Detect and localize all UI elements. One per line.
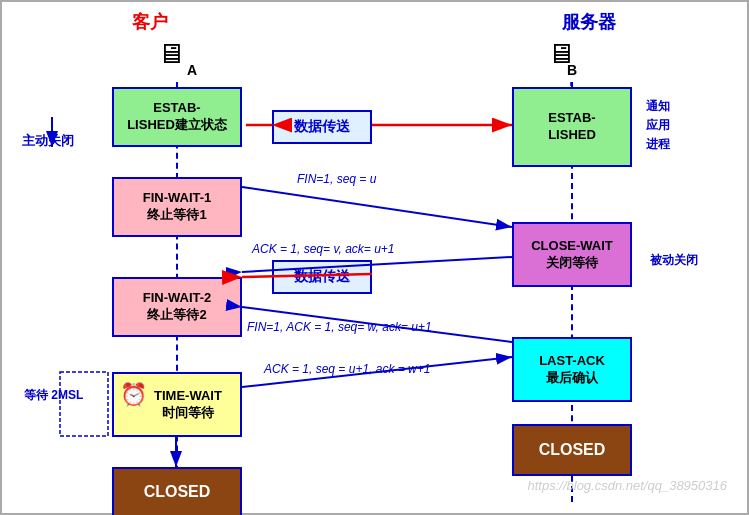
state-closed-client: CLOSED (112, 467, 242, 515)
label-a: A (187, 62, 197, 78)
label-passive-close: 被动关闭 (650, 252, 698, 269)
data-transfer-center: 数据传送 (272, 110, 372, 144)
arrow-label-ack1: ACK = 1, seq= v, ack= u+1 (252, 242, 395, 256)
svg-rect-12 (60, 372, 108, 436)
state-established-server: ESTAB-LISHED (512, 87, 632, 167)
arrow-label-ack2: ACK = 1, seq = u+1, ack = w+1 (264, 362, 430, 376)
state-close-wait: CLOSE-WAIT关闭等待 (512, 222, 632, 287)
watermark: https://blog.csdn.net/qq_38950316 (528, 478, 728, 493)
arrows-overlay (2, 2, 749, 515)
state-fin-wait-1: FIN-WAIT-1终止等待1 (112, 177, 242, 237)
arrow-label-fin2: FIN=1, ACK = 1, seq= w, ack= u+1 (247, 320, 432, 334)
arrow-label-fin1: FIN=1, seq = u (297, 172, 376, 186)
label-active-close: 主动关闭 (22, 132, 74, 150)
tcp-close-diagram: 客户 服务器 🖥 🖥 A B ESTAB-LISHED建立状态 ESTAB-LI… (0, 0, 749, 515)
label-notify-app: 通知应用进程 (646, 97, 670, 155)
state-established-client: ESTAB-LISHED建立状态 (112, 87, 242, 147)
state-closed-server: CLOSED (512, 424, 632, 476)
clock-icon: ⏰ (120, 382, 147, 408)
title-server: 服务器 (562, 10, 616, 34)
state-fin-wait-2: FIN-WAIT-2终止等待2 (112, 277, 242, 337)
svg-line-6 (242, 187, 512, 227)
label-b: B (567, 62, 577, 78)
title-client: 客户 (132, 10, 168, 34)
label-wait-2msl: 等待 2MSL (24, 387, 83, 404)
data-transfer-right: 数据传送 (272, 260, 372, 294)
computer-client-icon: 🖥 (157, 37, 185, 70)
state-last-ack: LAST-ACK最后确认 (512, 337, 632, 402)
